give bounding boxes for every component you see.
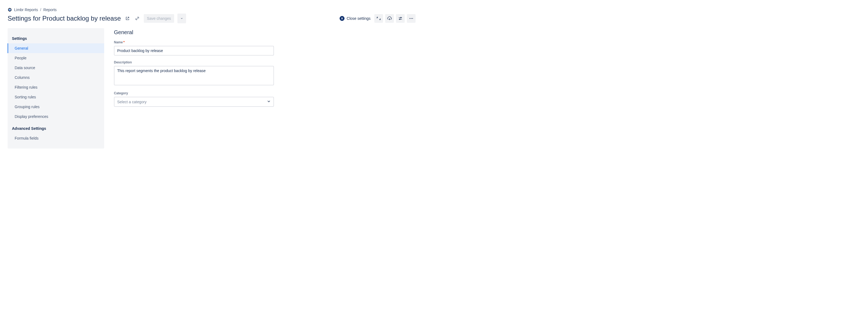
save-button: Save changes (144, 14, 175, 23)
field-category: Category Select a category (114, 91, 274, 107)
category-placeholder: Select a category (117, 100, 147, 104)
category-label: Category (114, 91, 128, 95)
section-heading-general: General (114, 29, 274, 35)
close-settings-label: Close settings (347, 16, 371, 21)
chevron-down-icon (267, 99, 271, 104)
more-icon[interactable] (407, 14, 415, 23)
description-label: Description (114, 60, 132, 64)
field-description: Description This report segments the pro… (114, 60, 274, 87)
sidebar-section-settings: Settings (8, 35, 104, 43)
external-link-icon[interactable] (124, 15, 131, 22)
svg-point-6 (411, 18, 411, 19)
breadcrumb: Limbr Reports / Reports (8, 8, 415, 12)
breadcrumb-reports-link[interactable]: Reports (43, 8, 57, 12)
category-select[interactable]: Select a category (114, 97, 274, 107)
svg-point-4 (399, 19, 400, 20)
page-title: Settings for Product backlog by release (8, 14, 121, 22)
close-settings-button[interactable]: Close settings (338, 15, 372, 22)
page-title-name: Product backlog by release (42, 14, 121, 22)
sidebar-item-grouping-rules[interactable]: Grouping rules (8, 102, 104, 112)
sidebar-section-advanced: Advanced Settings (8, 125, 104, 133)
sidebar-item-formula-fields[interactable]: Formula fields (8, 133, 104, 143)
page-header: Settings for Product backlog by release … (8, 13, 415, 23)
svg-point-7 (412, 18, 413, 19)
sidebar-item-filtering-rules[interactable]: Filtering rules (8, 82, 104, 92)
cloud-download-icon[interactable] (385, 14, 394, 23)
description-input[interactable]: This report segments the product backlog… (114, 66, 274, 86)
sliders-icon[interactable] (396, 14, 405, 23)
sidebar-item-sorting-rules[interactable]: Sorting rules (8, 92, 104, 102)
required-indicator: * (123, 40, 125, 44)
save-dropdown-button[interactable] (177, 13, 186, 23)
sidebar-item-people[interactable]: People (8, 53, 104, 63)
svg-point-5 (409, 18, 410, 19)
breadcrumb-app-link[interactable]: Limbr Reports (14, 8, 38, 12)
breadcrumb-separator: / (40, 8, 41, 12)
name-input[interactable] (114, 46, 274, 56)
name-label: Name (114, 40, 123, 44)
settings-sidebar: Settings General People Data source Colu… (8, 28, 104, 148)
close-icon (340, 16, 344, 21)
sidebar-item-columns[interactable]: Columns (8, 73, 104, 82)
sidebar-item-general[interactable]: General (8, 43, 104, 53)
sidebar-item-data-source[interactable]: Data source (8, 63, 104, 73)
page-title-prefix: Settings for (8, 14, 42, 22)
svg-point-3 (400, 17, 401, 18)
main-panel: General Name* Description This report se… (114, 28, 274, 112)
sidebar-item-display-preferences[interactable]: Display preferences (8, 112, 104, 122)
link-icon[interactable] (134, 15, 141, 22)
field-name: Name* (114, 40, 274, 56)
refresh-icon[interactable] (374, 14, 383, 23)
app-logo-icon (8, 8, 12, 12)
